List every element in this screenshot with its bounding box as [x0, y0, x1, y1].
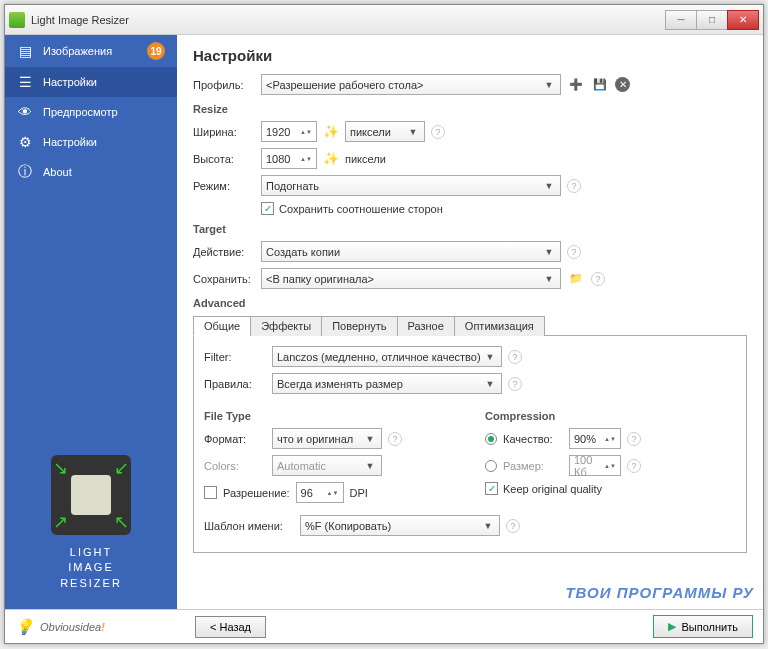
filter-select[interactable]: Lanczos (медленно, отличное качество)▼: [272, 346, 502, 367]
wand-icon[interactable]: ✨: [323, 151, 339, 166]
sidebar-label: Изображения: [43, 45, 137, 57]
sidebar-label: Предпросмотр: [43, 106, 165, 118]
help-icon[interactable]: ?: [567, 245, 581, 259]
images-icon: ▤: [17, 43, 33, 59]
tab-misc[interactable]: Разное: [397, 316, 455, 336]
window-title: Light Image Resizer: [31, 14, 666, 26]
tab-general[interactable]: Общие: [193, 316, 251, 336]
sidebar-label: About: [43, 166, 165, 178]
save-label: Сохранить:: [193, 273, 255, 285]
delete-icon[interactable]: ✕: [615, 77, 630, 92]
resolution-label: Разрешение:: [223, 487, 290, 499]
sliders-icon: ☰: [17, 74, 33, 90]
app-icon: [9, 12, 25, 28]
sidebar-item-images[interactable]: ▤ Изображения 19: [5, 35, 177, 67]
mode-select[interactable]: Подогнать▼: [261, 175, 561, 196]
footer: 💡 Obviousidea! < Назад ▶Выполнить: [5, 609, 763, 643]
help-icon[interactable]: ?: [508, 377, 522, 391]
sidebar-item-about[interactable]: ⓘ About: [5, 157, 177, 187]
tab-effects[interactable]: Эффекты: [250, 316, 322, 336]
gear-icon: ⚙: [17, 134, 33, 150]
size-input: 100 Кб▲▼: [569, 455, 621, 476]
filter-label: Filter:: [204, 351, 266, 363]
sidebar: ▤ Изображения 19 ☰ Настройки 👁 Предпросм…: [5, 35, 177, 609]
quality-label: Качество:: [503, 433, 563, 445]
play-icon: ▶: [668, 620, 676, 633]
minimize-button[interactable]: ─: [665, 10, 697, 30]
help-icon[interactable]: ?: [627, 459, 641, 473]
compression-heading: Compression: [485, 410, 736, 422]
tab-optimization[interactable]: Оптимизация: [454, 316, 545, 336]
keep-ratio-label: Сохранить соотношение сторон: [279, 203, 443, 215]
close-button[interactable]: ✕: [727, 10, 759, 30]
main-panel: Настройки Профиль: <Разрешение рабочего …: [177, 35, 763, 609]
brand-logo[interactable]: 💡 Obviousidea!: [15, 618, 187, 636]
template-label: Шаблон имени:: [204, 520, 294, 532]
filetype-heading: File Type: [204, 410, 455, 422]
height-unit: пиксели: [345, 153, 386, 165]
help-icon[interactable]: ?: [567, 179, 581, 193]
help-icon[interactable]: ?: [388, 432, 402, 446]
profile-label: Профиль:: [193, 79, 255, 91]
help-icon[interactable]: ?: [506, 519, 520, 533]
app-logo: ↘ ↙ ↗ ↖: [51, 455, 131, 535]
save-icon[interactable]: 💾: [591, 76, 609, 94]
help-icon[interactable]: ?: [627, 432, 641, 446]
height-input[interactable]: 1080▲▼: [261, 148, 317, 169]
action-label: Действие:: [193, 246, 255, 258]
keep-quality-label: Keep original quality: [503, 483, 602, 495]
bulb-icon: 💡: [15, 618, 34, 636]
resize-heading: Resize: [193, 103, 747, 115]
advanced-tabs: Общие Эффекты Повернуть Разное Оптимизац…: [193, 315, 747, 336]
size-radio[interactable]: [485, 460, 497, 472]
wand-icon[interactable]: ✨: [323, 124, 339, 139]
page-title: Настройки: [193, 47, 747, 64]
advanced-heading: Advanced: [193, 297, 747, 309]
size-label: Размер:: [503, 460, 563, 472]
action-select[interactable]: Создать копии▼: [261, 241, 561, 262]
eye-icon: 👁: [17, 104, 33, 120]
run-button[interactable]: ▶Выполнить: [653, 615, 753, 638]
quality-input[interactable]: 90%▲▼: [569, 428, 621, 449]
colors-label: Colors:: [204, 460, 266, 472]
keep-ratio-checkbox[interactable]: ✓ Сохранить соотношение сторон: [261, 202, 443, 215]
images-count-badge: 19: [147, 42, 165, 60]
dpi-label: DPI: [350, 487, 368, 499]
rules-select[interactable]: Всегда изменять размер▼: [272, 373, 502, 394]
quality-radio[interactable]: [485, 433, 497, 445]
help-icon[interactable]: ?: [508, 350, 522, 364]
rules-label: Правила:: [204, 378, 266, 390]
sidebar-item-options[interactable]: ⚙ Настройки: [5, 127, 177, 157]
resolution-input[interactable]: 96▲▼: [296, 482, 344, 503]
width-input[interactable]: 1920▲▼: [261, 121, 317, 142]
width-unit-select[interactable]: пиксели▼: [345, 121, 425, 142]
template-select[interactable]: %F (Копировать)▼: [300, 515, 500, 536]
help-icon[interactable]: ?: [591, 272, 605, 286]
help-icon[interactable]: ?: [431, 125, 445, 139]
colors-select: Automatic▼: [272, 455, 382, 476]
sidebar-item-settings[interactable]: ☰ Настройки: [5, 67, 177, 97]
save-select[interactable]: <В папку оригинала>▼: [261, 268, 561, 289]
keep-quality-checkbox[interactable]: ✓Keep original quality: [485, 482, 602, 495]
format-select[interactable]: что и оригинал▼: [272, 428, 382, 449]
logo-text: LIGHT IMAGE RESIZER: [5, 545, 177, 609]
back-button[interactable]: < Назад: [195, 616, 266, 638]
resolution-checkbox[interactable]: [204, 486, 217, 499]
profile-select[interactable]: <Разрешение рабочего стола>▼: [261, 74, 561, 95]
profile-add-icon[interactable]: ➕: [567, 76, 585, 94]
height-label: Высота:: [193, 153, 255, 165]
maximize-button[interactable]: □: [696, 10, 728, 30]
format-label: Формат:: [204, 433, 266, 445]
tab-rotate[interactable]: Повернуть: [321, 316, 397, 336]
target-heading: Target: [193, 223, 747, 235]
sidebar-label: Настройки: [43, 76, 165, 88]
mode-label: Режим:: [193, 180, 255, 192]
folder-icon[interactable]: 📁: [567, 270, 585, 288]
titlebar: Light Image Resizer ─ □ ✕: [5, 5, 763, 35]
info-icon: ⓘ: [17, 164, 33, 180]
sidebar-item-preview[interactable]: 👁 Предпросмотр: [5, 97, 177, 127]
watermark: ТВОИ ПРОГРАММЫ РУ: [565, 584, 754, 601]
width-label: Ширина:: [193, 126, 255, 138]
sidebar-label: Настройки: [43, 136, 165, 148]
